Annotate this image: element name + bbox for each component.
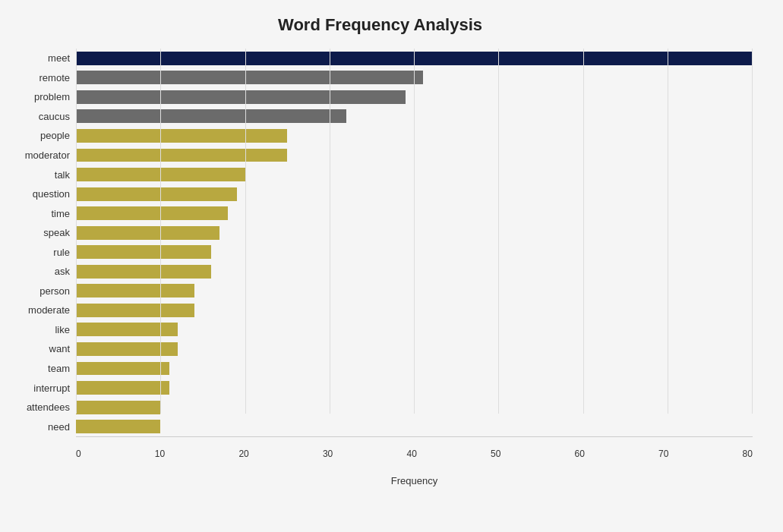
chart-plot: 01020304050607080 Frequency xyxy=(76,49,753,459)
bar-row-interrupt xyxy=(76,378,753,398)
x-tick: 60 xyxy=(575,449,585,459)
bar-like xyxy=(76,323,178,336)
y-label-ask: ask xyxy=(55,266,70,276)
y-label-person: person xyxy=(39,286,70,296)
y-label-question: question xyxy=(33,189,70,199)
bar-talk xyxy=(76,168,245,181)
y-label-time: time xyxy=(51,209,70,219)
bar-row-people xyxy=(76,126,753,146)
bar-row-problem xyxy=(76,87,753,107)
y-label-speak: speak xyxy=(43,228,70,238)
y-labels: meetremoteproblemcaucuspeoplemoderatorta… xyxy=(8,49,76,459)
bar-row-speak xyxy=(76,223,753,243)
bar-row-want xyxy=(76,339,753,359)
bar-want xyxy=(76,342,178,356)
bar-question xyxy=(76,187,237,201)
bar-row-need xyxy=(76,417,753,436)
y-label-moderator: moderator xyxy=(25,150,70,160)
x-tick: 80 xyxy=(743,449,753,459)
bar-interrupt xyxy=(76,381,169,395)
x-tick: 30 xyxy=(323,449,333,459)
chart-area: meetremoteproblemcaucuspeoplemoderatorta… xyxy=(8,49,753,459)
x-tick: 40 xyxy=(406,449,416,459)
y-label-like: like xyxy=(55,325,70,335)
y-label-meet: meet xyxy=(48,53,70,63)
bar-row-talk xyxy=(76,165,753,184)
y-label-problem: problem xyxy=(34,92,70,102)
bar-row-time xyxy=(76,203,753,223)
bar-row-moderate xyxy=(76,301,753,320)
bar-row-caucus xyxy=(76,107,753,127)
bar-caucus xyxy=(76,109,346,123)
bar-row-remote xyxy=(76,68,753,88)
y-label-moderate: moderate xyxy=(28,305,70,315)
bar-need xyxy=(76,420,160,433)
y-label-remote: remote xyxy=(39,73,70,83)
bar-row-meet xyxy=(76,49,753,68)
bar-meet xyxy=(76,52,753,65)
bar-row-like xyxy=(76,320,753,340)
x-axis-label: Frequency xyxy=(391,475,437,486)
bar-people xyxy=(76,129,287,143)
bar-row-ask xyxy=(76,262,753,282)
x-axis: 01020304050607080 Frequency xyxy=(76,436,753,459)
bar-row-moderator xyxy=(76,146,753,165)
x-ticks: 01020304050607080 xyxy=(76,445,753,459)
y-label-want: want xyxy=(49,344,70,354)
y-label-attendees: attendees xyxy=(27,402,70,412)
y-label-team: team xyxy=(48,364,70,373)
x-tick: 50 xyxy=(491,449,500,459)
y-label-need: need xyxy=(48,422,70,432)
bar-problem xyxy=(76,90,406,104)
y-label-rule: rule xyxy=(53,247,70,257)
bar-row-person xyxy=(76,282,753,301)
bar-time xyxy=(76,206,228,220)
bar-attendees xyxy=(76,401,160,414)
bar-row-team xyxy=(76,359,753,379)
bar-row-attendees xyxy=(76,398,753,417)
bar-speak xyxy=(76,226,219,240)
bar-row-rule xyxy=(76,242,753,262)
x-tick: 10 xyxy=(155,449,165,459)
bar-rule xyxy=(76,245,211,259)
bar-moderate xyxy=(76,304,194,317)
bar-person xyxy=(76,284,194,297)
y-label-interrupt: interrupt xyxy=(33,383,70,393)
bar-ask xyxy=(76,265,211,279)
bars-wrapper xyxy=(76,49,753,436)
bar-row-question xyxy=(76,184,753,204)
y-label-talk: talk xyxy=(55,170,70,180)
bar-moderator xyxy=(76,149,287,162)
chart-container: Word Frequency Analysis meetremoteproble… xyxy=(0,0,783,532)
bar-team xyxy=(76,362,169,376)
y-label-caucus: caucus xyxy=(39,112,70,121)
chart-title: Word Frequency Analysis xyxy=(8,15,753,35)
x-tick: 70 xyxy=(658,449,668,459)
y-label-people: people xyxy=(40,131,70,140)
bar-remote xyxy=(76,71,423,84)
x-tick: 0 xyxy=(76,449,81,459)
x-tick: 20 xyxy=(238,449,248,459)
